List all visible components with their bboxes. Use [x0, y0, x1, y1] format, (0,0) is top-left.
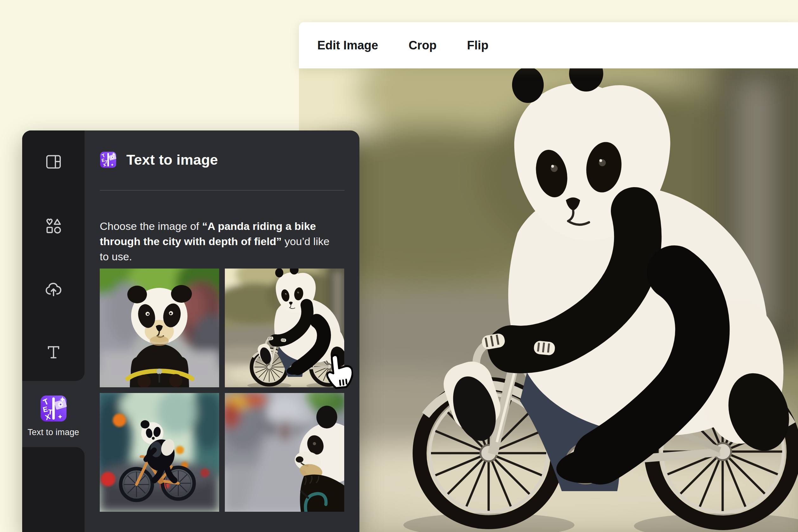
sidebar-rail-bottom — [22, 447, 84, 532]
sidebar-item-elements[interactable] — [22, 217, 84, 235]
generated-images-grid — [100, 268, 344, 512]
panda-profile-illustration — [225, 393, 344, 512]
panda-night-city-illustration — [100, 393, 219, 512]
sidebar-rail: Text to image — [22, 131, 84, 532]
sidebar-item-uploads[interactable] — [22, 282, 84, 299]
design-layout-icon — [45, 153, 62, 170]
uploads-cloud-icon — [45, 281, 62, 299]
elements-shapes-icon — [45, 217, 62, 235]
text-to-image-icon — [40, 395, 67, 422]
image-toolbar: Edit Image Crop Flip — [299, 22, 798, 69]
panda-front-view-illustration — [100, 268, 219, 387]
design-canvas[interactable] — [299, 69, 798, 532]
panel-content: Text to image Choose the image of “A pan… — [84, 131, 359, 532]
sidebar-item-design[interactable] — [22, 153, 84, 170]
divider — [100, 190, 344, 191]
sidebar-item-text[interactable] — [22, 344, 84, 361]
instruction-text: Choose the image of “A panda riding a bi… — [100, 218, 339, 264]
sidebar-item-label: Text to image — [27, 428, 79, 437]
sidebar-rail-top — [22, 131, 84, 381]
generated-image-1[interactable] — [100, 268, 219, 387]
text-to-image-panel: Text to image Text to image Choose the i… — [22, 131, 359, 532]
text-to-image-app-icon — [100, 151, 116, 168]
generated-image-4[interactable] — [225, 393, 344, 512]
sidebar-item-text-to-image-active[interactable]: Text to image — [22, 381, 84, 447]
panel-header: Text to image — [100, 151, 218, 168]
text-tool-icon — [45, 344, 62, 361]
canva-editor-screen: { "colors": { "background": "#f8f7e1", "… — [0, 0, 798, 532]
generated-image-2[interactable] — [225, 268, 344, 387]
generated-image-3[interactable] — [100, 393, 219, 512]
panel-title: Text to image — [126, 152, 218, 168]
flip-button[interactable]: Flip — [467, 39, 489, 51]
crop-button[interactable]: Crop — [408, 39, 437, 51]
canvas-panda-bike-image — [299, 69, 798, 532]
edit-image-button[interactable]: Edit Image — [317, 39, 378, 51]
panda-side-view-illustration — [225, 268, 344, 387]
